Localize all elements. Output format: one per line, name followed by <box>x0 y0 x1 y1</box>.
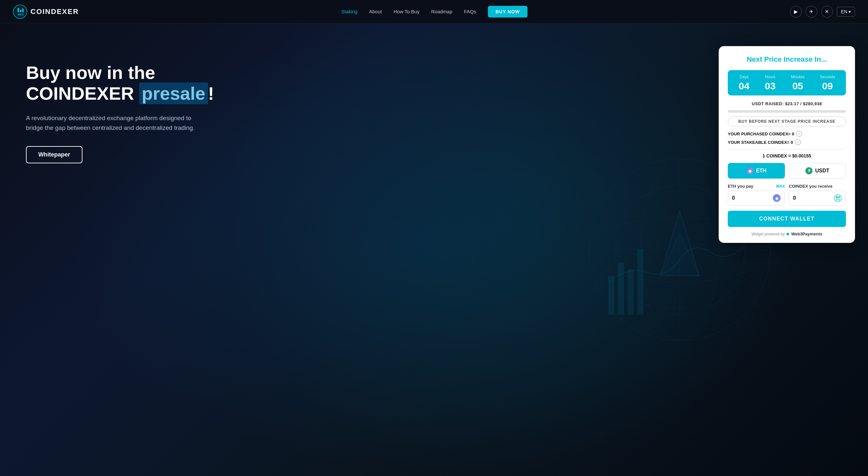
nav-roadmap[interactable]: Roadmap <box>431 9 452 14</box>
progress-container <box>728 110 846 113</box>
nav-staking[interactable]: Staking <box>341 9 358 14</box>
svg-rect-23 <box>837 197 838 198</box>
hero-subtitle: A revolutionary decentralized exchange p… <box>26 113 208 133</box>
coindex-receive-label-row: COINDEX you receive <box>789 184 846 189</box>
hero-title: Buy now in the COINDEXER presale! <box>26 62 214 104</box>
svg-rect-17 <box>618 263 624 315</box>
usdt-raised: USDT RAISED: $23.17 / $280,938 <box>728 101 846 106</box>
svg-rect-24 <box>837 199 838 200</box>
language-selector[interactable]: EN ▾ <box>837 7 855 17</box>
footer-powered-text: Widget powered by <box>751 232 785 236</box>
connect-wallet-button[interactable]: CONNECT WALLET <box>728 211 846 227</box>
countdown-hours: Hours 03 <box>765 75 775 92</box>
seconds-label: Seconds <box>820 75 835 79</box>
svg-rect-1 <box>18 8 19 12</box>
max-button[interactable]: MAX <box>776 184 785 189</box>
eth-pay-input-wrap: ◆ <box>728 190 785 206</box>
svg-rect-3 <box>20 10 22 12</box>
purchased-info-icon[interactable]: i <box>796 131 802 137</box>
svg-rect-26 <box>839 199 840 200</box>
usdt-button[interactable]: ₮ USDT <box>789 163 846 179</box>
web3payments-dot <box>786 233 789 235</box>
svg-rect-22 <box>836 199 837 200</box>
days-label: Days <box>739 75 749 79</box>
eth-icon: ◆ <box>746 167 753 174</box>
hero-title-line1: Buy now in the <box>26 62 155 83</box>
coindex-receive-label: COINDEX you receive <box>789 184 832 189</box>
svg-rect-21 <box>836 196 837 198</box>
stakeable-label: YOUR STAKEABLE COINDEX= 0 <box>728 140 793 145</box>
eth-label: ETH <box>756 168 766 174</box>
purchased-row: YOUR PURCHASED COINDEX= 0 i <box>728 131 846 137</box>
currency-buttons: ◆ ETH ₮ USDT <box>728 163 846 179</box>
widget-footer: Widget powered by Web3Payments <box>728 232 846 236</box>
stakeable-info-icon[interactable]: i <box>795 139 801 145</box>
hero-title-highlight: presale <box>139 83 208 104</box>
nav-right: ▶ ✈ ✕ EN ▾ <box>790 6 855 18</box>
chevron-down-icon: ▾ <box>848 9 851 14</box>
coindex-receive-input-wrap <box>789 190 846 206</box>
hours-label: Hours <box>765 75 775 79</box>
presale-widget: Next Price Increase In... Days 04 Hours … <box>719 46 855 243</box>
twitter-icon: ✕ <box>825 9 829 14</box>
svg-rect-19 <box>638 250 643 315</box>
eth-pay-input[interactable] <box>732 195 773 201</box>
svg-rect-5 <box>22 8 24 12</box>
coindex-logo-icon <box>834 194 842 202</box>
coindex-receive-input[interactable] <box>793 195 834 201</box>
youtube-icon: ▶ <box>794 9 798 14</box>
buy-now-button[interactable]: BUY NOW <box>488 6 527 18</box>
coindex-receive-group: COINDEX you receive <box>789 184 846 206</box>
svg-rect-6 <box>22 13 24 16</box>
coindex-price: 1 COINDEX = $0.00155 <box>728 153 846 158</box>
countdown-bar: Days 04 Hours 03 Minutes 05 Seconds 09 <box>728 70 846 95</box>
days-value: 04 <box>739 81 749 92</box>
countdown-days: Days 04 <box>739 75 749 92</box>
eth-pay-group: ETH you pay MAX ◆ <box>728 184 785 206</box>
hero-title-exclaim: ! <box>208 83 214 103</box>
nav-faqs[interactable]: FAQs <box>464 9 476 14</box>
whitepaper-button[interactable]: Whitepaper <box>26 146 83 163</box>
nav-about[interactable]: About <box>369 9 382 14</box>
hours-value: 03 <box>765 81 775 92</box>
svg-marker-15 <box>660 234 699 276</box>
purchased-label: YOUR PURCHASED COINDEX= 0 <box>728 131 794 137</box>
logo-text: COINDEXER <box>31 7 79 16</box>
nav-how-to-buy[interactable]: How To Buy <box>394 9 420 14</box>
progress-bar-background <box>728 110 846 113</box>
divider-1 <box>728 149 846 149</box>
eth-pay-label-row: ETH you pay MAX <box>728 184 785 189</box>
minutes-value: 05 <box>791 81 805 92</box>
widget-title: Next Price Increase In... <box>728 55 846 64</box>
logo-icon <box>13 4 27 19</box>
countdown-seconds: Seconds 09 <box>820 75 835 92</box>
telegram-icon-button[interactable]: ✈ <box>806 6 817 18</box>
nav-links: Staking About How To Buy Roadmap FAQs BU… <box>341 6 527 18</box>
svg-rect-25 <box>839 196 840 198</box>
minutes-label: Minutes <box>791 75 805 79</box>
usdt-icon: ₮ <box>805 167 812 174</box>
telegram-icon: ✈ <box>809 9 813 14</box>
navbar: COINDEXER Staking About How To Buy Roadm… <box>0 0 868 23</box>
twitter-icon-button[interactable]: ✕ <box>821 6 833 18</box>
hero-content: Buy now in the COINDEXER presale! A revo… <box>26 43 214 163</box>
logo: COINDEXER <box>13 4 79 19</box>
countdown-minutes: Minutes 05 <box>791 75 805 92</box>
hero-title-line2: COINDEXER <box>26 83 139 103</box>
youtube-icon-button[interactable]: ▶ <box>790 6 802 18</box>
eth-button[interactable]: ◆ ETH <box>728 163 785 179</box>
svg-rect-18 <box>628 269 633 315</box>
stakeable-row: YOUR STAKEABLE COINDEX= 0 i <box>728 139 846 145</box>
usdt-label: USDT <box>815 168 829 174</box>
eth-input-icon: ◆ <box>773 194 781 202</box>
hero-section: Buy now in the COINDEXER presale! A revo… <box>0 23 868 476</box>
svg-rect-2 <box>18 13 19 16</box>
input-section: ETH you pay MAX ◆ COINDEX you receive <box>728 184 846 206</box>
lang-label: EN <box>841 9 847 14</box>
web3payments-brand: Web3Payments <box>791 232 822 236</box>
seconds-value: 09 <box>820 81 835 92</box>
eth-pay-label: ETH you pay <box>728 184 753 189</box>
stage-label: BUY BEFORE NEXT STAGE PRICE INCREASE <box>728 117 846 126</box>
